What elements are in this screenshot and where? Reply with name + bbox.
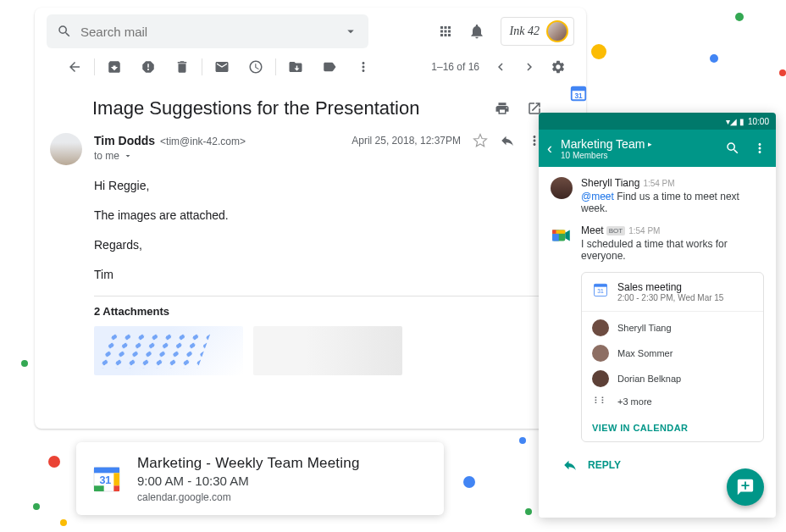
mobile-more-icon[interactable] xyxy=(752,141,767,156)
status-bar: ▾◢ ▮ 10:00 xyxy=(539,113,776,130)
sender-name: Tim Dodds xyxy=(94,134,155,147)
calendar-notification[interactable]: 31 Marketing - Weekly Team Meeting 9:00 … xyxy=(76,442,444,515)
delete-icon[interactable] xyxy=(174,59,190,75)
svg-rect-15 xyxy=(595,284,607,286)
svg-rect-1 xyxy=(572,87,586,91)
view-in-calendar-button[interactable]: VIEW IN CALENDAR xyxy=(582,414,763,441)
event-card[interactable]: 31 Sales meeting 2:00 - 2:30 PM, Wed Mar… xyxy=(581,272,764,442)
prev-page-icon[interactable] xyxy=(493,59,508,75)
notifications-icon[interactable] xyxy=(468,23,485,40)
svg-rect-13 xyxy=(552,230,556,234)
print-icon[interactable] xyxy=(495,101,510,116)
mobile-chat-window: ▾◢ ▮ 10:00 ‹ Marketing Team ▸ 10 Members… xyxy=(539,113,776,518)
dropdown-caret-icon[interactable] xyxy=(343,24,358,39)
attendee-row: Sheryll Tiang xyxy=(582,315,763,341)
chat-message: MeetBOT1:54 PM I scheduled a time that w… xyxy=(551,224,764,262)
star-icon[interactable] xyxy=(473,133,488,148)
attendee-row: Max Sommer xyxy=(582,341,763,366)
svg-rect-6 xyxy=(94,485,104,491)
fab-new-button[interactable] xyxy=(727,468,764,506)
chat-avatar xyxy=(551,177,573,199)
calendar-mini-icon: 31 xyxy=(592,281,609,298)
mobile-search-icon[interactable] xyxy=(725,141,740,156)
back-arrow-icon[interactable] xyxy=(67,59,82,75)
pagination-text: 1–16 of 16 xyxy=(431,61,479,73)
next-page-icon[interactable] xyxy=(522,59,537,75)
search-box[interactable] xyxy=(47,14,368,48)
mobile-header: ‹ Marketing Team ▸ 10 Members xyxy=(539,130,776,167)
email-subject: Image Suggestions for the Presentation xyxy=(92,97,495,119)
mark-unread-icon[interactable] xyxy=(214,59,230,75)
meet-icon xyxy=(551,224,573,247)
svg-text:31: 31 xyxy=(99,474,111,486)
expand-recipients-icon[interactable] xyxy=(123,151,133,161)
notification-source: calendar.google.com xyxy=(137,491,360,503)
mention[interactable]: @meet xyxy=(581,191,614,202)
brand-text: Ink 42 xyxy=(510,25,540,38)
search-icon xyxy=(57,24,72,39)
move-to-icon[interactable] xyxy=(288,59,303,75)
room-members: 10 Members xyxy=(561,151,652,160)
sender-avatar xyxy=(50,133,82,165)
calendar-icon: 31 xyxy=(90,462,124,496)
attachment-1[interactable] xyxy=(94,326,243,375)
snooze-icon[interactable] xyxy=(248,59,263,75)
user-avatar[interactable] xyxy=(546,20,568,42)
svg-rect-7 xyxy=(113,473,119,485)
bot-badge: BOT xyxy=(606,226,625,236)
archive-icon[interactable] xyxy=(107,59,122,75)
to-line: to me xyxy=(94,150,119,162)
apps-icon[interactable] xyxy=(438,24,453,39)
svg-rect-5 xyxy=(94,468,119,474)
attachments-label: 2 Attachments xyxy=(94,305,542,318)
attendee-more[interactable]: ⠇⠇+3 more xyxy=(582,391,763,411)
email-body: Hi Reggie, The images are attached. Rega… xyxy=(94,177,542,284)
chat-message: Sheryll Tiang1:54 PM @meet Find us a tim… xyxy=(551,177,764,214)
more-icon[interactable] xyxy=(356,59,371,75)
svg-text:31: 31 xyxy=(574,92,583,100)
label-icon[interactable] xyxy=(322,59,337,75)
gmail-window: Ink 42 1–16 of 16 xyxy=(35,8,586,429)
event-time: 2:00 - 2:30 PM, Wed Mar 15 xyxy=(617,293,723,302)
spam-icon[interactable] xyxy=(141,59,156,75)
attendee-row: Dorian Belknap xyxy=(582,366,763,391)
attachment-2[interactable] xyxy=(253,326,402,375)
notification-title: Marketing - Weekly Team Meeting xyxy=(137,455,360,472)
svg-text:31: 31 xyxy=(597,288,604,294)
svg-rect-8 xyxy=(113,485,119,491)
search-input[interactable] xyxy=(80,25,335,39)
room-name[interactable]: Marketing Team ▸ xyxy=(561,137,652,151)
notification-time: 9:00 AM - 10:30 AM xyxy=(137,474,360,488)
settings-icon[interactable] xyxy=(551,59,566,75)
reply-icon[interactable] xyxy=(500,133,515,148)
message-timestamp: April 25, 2018, 12:37PM xyxy=(351,135,461,147)
sender-email: <tim@ink-42.com> xyxy=(160,136,246,147)
brand-chip[interactable]: Ink 42 xyxy=(501,17,574,46)
reply-arrow-icon xyxy=(562,457,578,473)
event-title: Sales meeting xyxy=(617,281,723,293)
add-message-icon xyxy=(736,478,755,496)
calendar-sidebar-icon[interactable]: 31 xyxy=(569,84,588,103)
back-icon[interactable]: ‹ xyxy=(547,140,552,158)
action-toolbar: 1–16 of 16 xyxy=(47,48,574,80)
